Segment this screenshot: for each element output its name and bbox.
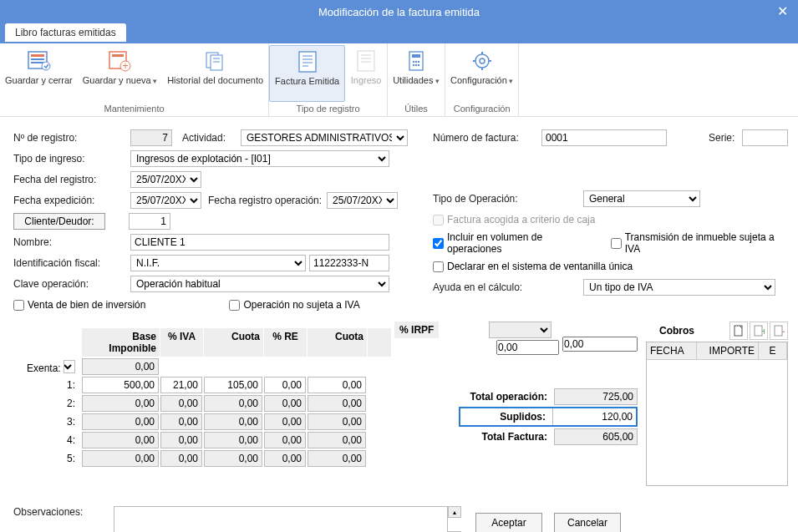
guardar-cerrar-button[interactable]: Guardar y cerrar [0, 45, 78, 102]
fecha-reg-op-label: Fecha registro operación: [208, 195, 322, 206]
irpf-v2[interactable] [562, 337, 638, 352]
nombre-input[interactable] [130, 234, 389, 251]
row4-cuota2[interactable] [308, 432, 366, 448]
row5-iva[interactable] [160, 450, 202, 467]
ingreso-button[interactable]: Ingreso [345, 45, 387, 102]
cobros-col-importe[interactable]: IMPORTE [697, 342, 759, 360]
row4-cuota[interactable] [204, 432, 262, 448]
svg-point-4 [42, 62, 50, 70]
obs-textarea[interactable] [114, 506, 448, 532]
aceptar-button[interactable]: Aceptar [475, 513, 542, 532]
cobros-add-button[interactable]: + [750, 322, 768, 340]
fecha-registro-label: Fecha del registro: [13, 174, 130, 185]
save-new-label: Guardar y nueva [83, 75, 157, 86]
cobros-del-button[interactable]: − [770, 322, 788, 340]
row2-iva[interactable] [160, 395, 202, 412]
row5-base[interactable] [82, 450, 159, 467]
ribbon: Guardar y cerrar + Guardar y nueva Histo… [0, 43, 798, 117]
num-factura-input[interactable] [541, 129, 667, 146]
criterio-caja-checkbox[interactable]: Factura acogida a criterio de caja [433, 214, 595, 225]
row2-cuota[interactable] [204, 395, 262, 412]
row4-re[interactable] [264, 432, 306, 448]
exenta-select[interactable] [64, 360, 75, 373]
fecha-expedicion-input[interactable]: 25/07/20XX [130, 192, 201, 209]
svg-point-27 [413, 64, 414, 66]
svg-rect-23 [412, 54, 420, 58]
historial-button[interactable]: Historial del documento [162, 45, 268, 102]
suplidos-val[interactable] [552, 408, 636, 425]
row5-cuota2[interactable] [308, 450, 366, 467]
fecha-registro-input[interactable]: 25/07/20XX [130, 171, 201, 188]
tab-libro-facturas[interactable]: Libro facturas emitidas [5, 23, 126, 42]
svg-rect-1 [31, 54, 44, 57]
row3-iva[interactable] [160, 413, 202, 430]
irpf-select[interactable] [489, 322, 551, 338]
incluir-vol-checkbox[interactable]: Incluir en volumen de operaciones [433, 231, 596, 255]
id-fiscal-num-input[interactable] [309, 255, 389, 271]
tipo-operacion-label: Tipo de Operación: [433, 193, 541, 205]
declarar-checkbox[interactable]: Declarar en el sistema de ventanilla úni… [433, 261, 633, 272]
guardar-nueva-button[interactable]: + Guardar y nueva [78, 45, 162, 102]
row3-cuota2[interactable] [308, 413, 366, 430]
venta-bien-checkbox[interactable]: Venta de bien de inversión [13, 299, 145, 311]
row3-re[interactable] [264, 413, 306, 430]
row3-base[interactable] [82, 413, 159, 430]
row5-cuota[interactable] [204, 450, 262, 467]
row4-iva[interactable] [160, 432, 202, 448]
col-iva: % IVA [160, 328, 204, 357]
actividad-select[interactable]: GESTORES ADMINISTRATIVOS [241, 129, 408, 146]
row2-re[interactable] [264, 395, 306, 412]
factura-emitida-button[interactable]: Factura Emitida [269, 45, 345, 102]
ayuda-calc-select[interactable]: Un tipo de IVA [583, 279, 775, 296]
total-op-label: Total operación: [462, 391, 554, 403]
svg-rect-13 [299, 52, 316, 72]
save-close-label: Guardar y cerrar [5, 75, 73, 86]
row2-cuota2[interactable] [308, 395, 366, 412]
svg-point-31 [480, 58, 485, 63]
cliente-deudor-button[interactable]: Cliente/Deudor: [13, 213, 105, 230]
actividad-label: Actividad: [182, 132, 241, 144]
total-fac-val [554, 428, 638, 445]
cancelar-button[interactable]: Cancelar [554, 513, 621, 532]
row4-base[interactable] [82, 432, 159, 448]
fecha-reg-op-input[interactable]: 25/07/20XX [327, 192, 398, 209]
irpf-v1[interactable] [496, 340, 559, 355]
utilidades-button[interactable]: Utilidades [388, 45, 445, 102]
clave-op-select[interactable]: Operación habitual [130, 276, 389, 292]
row1-cuota[interactable] [204, 377, 262, 393]
num-registro-input[interactable] [130, 129, 172, 146]
row2-base[interactable] [82, 395, 159, 412]
row1-base[interactable] [82, 377, 159, 393]
fecha-expedicion-label: Fecha expedición: [13, 195, 130, 206]
configuracion-button[interactable]: Configuración [445, 45, 518, 102]
exenta-base[interactable] [82, 358, 159, 375]
row3-cuota[interactable] [204, 413, 262, 430]
svg-point-25 [415, 61, 417, 63]
cobros-col-fecha[interactable]: FECHA [647, 342, 697, 360]
transmision-checkbox[interactable]: Transmisión de inmueble sujeta a IVA [611, 231, 788, 255]
ayuda-calc-label: Ayuda en el cálculo: [433, 281, 541, 293]
svg-point-29 [418, 64, 419, 66]
cobros-new-button[interactable] [729, 322, 748, 340]
save-new-icon: + [106, 48, 133, 73]
tipo-ingreso-select[interactable]: Ingresos de explotación - [I01] [130, 150, 389, 167]
clave-op-label: Clave operación: [13, 278, 130, 290]
row5-re[interactable] [264, 450, 306, 467]
num-factura-label: Número de factura: [433, 132, 541, 144]
row5-label: 5: [13, 453, 82, 464]
op-no-iva-checkbox[interactable]: Operación no sujeta a IVA [229, 299, 359, 311]
cliente-input[interactable] [129, 213, 170, 230]
obs-up-button[interactable]: ▴ [448, 506, 461, 518]
serie-input[interactable] [742, 129, 788, 146]
tipo-operacion-select[interactable]: General [583, 190, 700, 207]
row1-cuota2[interactable] [308, 377, 366, 393]
close-icon[interactable]: ✕ [777, 3, 788, 19]
row1-iva[interactable] [160, 377, 202, 393]
cobros-title: Cobros [659, 325, 728, 337]
window-title: Modificación de la factura emitida [318, 6, 480, 18]
id-fiscal-tipo-select[interactable]: N.I.F. [130, 255, 306, 271]
svg-rect-18 [358, 51, 374, 71]
svg-text:−: − [781, 326, 785, 337]
row1-re[interactable] [264, 377, 306, 393]
cobros-col-e[interactable]: E [759, 342, 787, 360]
